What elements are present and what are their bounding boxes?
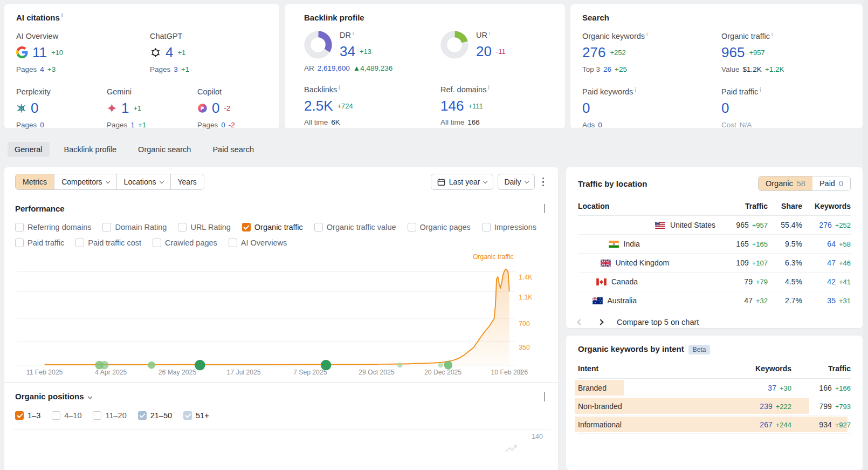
segment-competitors[interactable]: Competitors xyxy=(54,174,116,189)
ar-value[interactable]: 2,619,600 xyxy=(318,64,350,72)
tab-organic-search[interactable]: Organic search xyxy=(131,142,198,157)
metric-check-url-rating[interactable]: URL Rating xyxy=(178,223,230,231)
intent-row-branded: Branded37+30166+166 xyxy=(578,379,851,397)
metric-value[interactable]: 11 xyxy=(32,45,47,59)
refdomains-label: Ref. domains xyxy=(440,85,486,94)
position-check-4-10[interactable]: 4–10 xyxy=(52,411,81,420)
info-icon[interactable]: i xyxy=(646,31,647,37)
toggle-paid[interactable]: Paid0 xyxy=(812,176,850,190)
metric-value[interactable]: 276 xyxy=(582,45,605,59)
position-check-51+[interactable]: 51+ xyxy=(183,411,209,420)
segment-locations[interactable]: Locations xyxy=(117,174,171,189)
refdomains-value[interactable]: 146 xyxy=(440,99,464,113)
search-card: Search Organic keywordsi276+252Top 326+2… xyxy=(570,4,863,128)
metric-check-organic-pages[interactable]: Organic pages xyxy=(408,223,471,231)
col-keywords[interactable]: Keywords xyxy=(727,364,791,373)
metric-check-paid-traffic-cost[interactable]: Paid traffic cost xyxy=(75,239,141,247)
dr-label: DRi xyxy=(340,31,371,39)
checkbox-icon xyxy=(102,223,111,231)
info-icon[interactable]: i xyxy=(488,85,489,91)
pager-next-icon[interactable] xyxy=(597,319,603,325)
metric-value[interactable]: 4 xyxy=(166,45,173,59)
info-icon[interactable]: i xyxy=(339,85,340,91)
toggle-organic[interactable]: Organic58 xyxy=(759,176,812,190)
intent-keywords-value[interactable]: 37 xyxy=(768,384,776,392)
metric-value[interactable]: 0 xyxy=(212,101,219,115)
checkbox-label: Impressions xyxy=(494,223,536,231)
metric-delta: +1 xyxy=(177,49,185,57)
tab-backlink-profile[interactable]: Backlink profile xyxy=(57,142,124,157)
checkbox-label: 1–3 xyxy=(27,411,40,420)
keywords-value[interactable]: 276 xyxy=(819,221,831,229)
svg-text:350: 350 xyxy=(519,344,530,351)
metric-check-domain-rating[interactable]: Domain Rating xyxy=(102,223,167,231)
info-icon[interactable]: i xyxy=(61,12,63,18)
intent-keywords-value[interactable]: 239 xyxy=(760,402,772,411)
info-icon[interactable]: i xyxy=(760,87,761,93)
metric-value[interactable]: 965 xyxy=(721,45,745,59)
tab-paid-search[interactable]: Paid search xyxy=(205,142,261,157)
keywords-delta: +31 xyxy=(839,297,851,305)
col-traffic[interactable]: Traffic xyxy=(715,197,768,216)
location-row-ca: Canada79+794.5%42+41 xyxy=(578,273,851,291)
more-options-button[interactable] xyxy=(539,174,548,190)
col-location[interactable]: Location xyxy=(578,197,715,216)
intent-title: Organic keywords by intentBeta xyxy=(578,344,710,353)
search-metrics-grid: Organic keywordsi276+252Top 326+25Organi… xyxy=(582,32,851,129)
metric-check-referring-domains[interactable]: Referring domains xyxy=(15,223,91,231)
metric-label: AI Overview xyxy=(16,32,150,40)
backlinks-value[interactable]: 2.5K xyxy=(304,99,333,113)
checkbox-label: Crawled pages xyxy=(165,239,217,247)
traffic-value: 109 xyxy=(736,258,748,267)
metric-value[interactable]: 0 xyxy=(582,101,590,115)
granularity-button[interactable]: Daily xyxy=(498,174,534,190)
pager-prev-icon[interactable] xyxy=(577,319,583,325)
svg-text:7 Sep 2025: 7 Sep 2025 xyxy=(293,369,327,376)
metric-value[interactable]: 0 xyxy=(721,101,729,115)
metric-value[interactable]: 0 xyxy=(31,101,38,115)
metric-check-organic-traffic[interactable]: Organic traffic xyxy=(242,223,303,231)
date-range-button[interactable]: Last year xyxy=(431,174,494,190)
col-keywords[interactable]: Keywords xyxy=(802,197,851,216)
metric-check-impressions[interactable]: Impressions xyxy=(482,223,536,231)
compare-top5-link[interactable]: Compare top 5 on chart xyxy=(617,318,699,326)
segment-years[interactable]: Years xyxy=(171,174,204,189)
checkbox-icon xyxy=(52,411,60,420)
info-icon[interactable]: i xyxy=(353,30,354,36)
intent-keywords-value[interactable]: 267 xyxy=(760,420,772,429)
metric-check-paid-traffic[interactable]: Paid traffic xyxy=(15,239,64,247)
location-row-us: United States965+95755.4%276+252 xyxy=(578,216,851,235)
info-icon[interactable]: i xyxy=(489,30,490,36)
ai-metric-chatgpt: ChatGPT4+1Pages3+1 xyxy=(150,32,267,73)
collapse-performance-button[interactable] xyxy=(542,202,547,215)
keywords-value[interactable]: 47 xyxy=(827,258,836,267)
metric-label: Perplexity xyxy=(16,87,107,96)
alltime-label: All time xyxy=(304,118,328,126)
keywords-value[interactable]: 42 xyxy=(827,277,836,286)
tab-general[interactable]: General xyxy=(8,142,50,157)
alltime-label: All time xyxy=(440,118,464,126)
organic-traffic-chart-svg[interactable]: 03507001.1K1.4K11 Feb 20254 Apr 202526 M… xyxy=(15,250,547,380)
collapse-positions-button[interactable] xyxy=(542,390,547,403)
col-intent[interactable]: Intent xyxy=(578,364,727,373)
position-check-21-50[interactable]: 21–50 xyxy=(138,411,172,420)
keywords-value[interactable]: 64 xyxy=(827,240,836,248)
metric-value[interactable]: 1 xyxy=(121,101,129,115)
col-share[interactable]: Share xyxy=(768,197,802,216)
position-check-1-3[interactable]: 1–3 xyxy=(15,411,40,420)
metric-check-organic-traffic-value[interactable]: Organic traffic value xyxy=(314,223,396,231)
position-check-11-20[interactable]: 11–20 xyxy=(93,411,126,420)
info-icon[interactable]: i xyxy=(771,31,773,37)
segment-metrics[interactable]: Metrics xyxy=(16,174,54,189)
info-icon[interactable]: i xyxy=(635,87,636,93)
toggle-count: 0 xyxy=(839,179,843,188)
metric-check-crawled-pages[interactable]: Crawled pages xyxy=(153,239,217,247)
col-traffic[interactable]: Traffic xyxy=(791,364,851,373)
metric-check-ai-overviews[interactable]: AI Overviews xyxy=(229,239,287,247)
intent-row-informational: Informational267+244934+927 xyxy=(578,415,851,434)
ai-citations-title: AI citationsi xyxy=(16,13,267,22)
keywords-value[interactable]: 35 xyxy=(827,296,836,305)
performance-chart[interactable]: 03507001.1K1.4K11 Feb 20254 Apr 202526 M… xyxy=(15,250,547,380)
flag-au-icon xyxy=(593,297,603,304)
metric-subline: Top 326+25 xyxy=(582,65,721,73)
